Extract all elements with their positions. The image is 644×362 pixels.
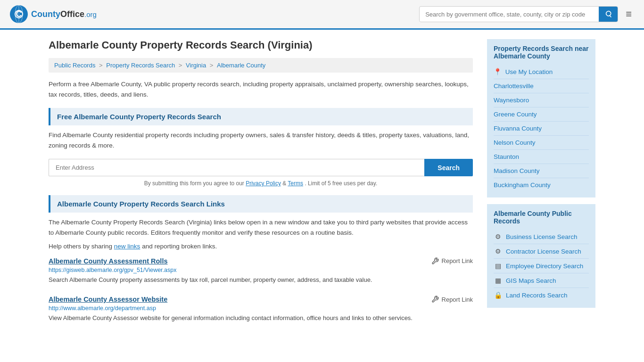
sidebar: Property Records Search near Albemarle C… bbox=[487, 39, 595, 334]
global-search-input[interactable] bbox=[420, 7, 599, 22]
header-right: ≡ bbox=[419, 5, 635, 23]
breadcrumb: Public Records > Property Records Search… bbox=[49, 58, 473, 73]
page-description: Perform a free Albemarle County, VA publ… bbox=[49, 79, 473, 99]
sidebar-business-license-search[interactable]: ⚙ Business License Search bbox=[494, 230, 589, 244]
sidebar-public-records-heading: Albemarle County Public Records bbox=[494, 210, 589, 225]
resource-card-1: Albemarle County Assessment Rolls Report… bbox=[49, 257, 473, 285]
links-description: The Albemarle County Property Records Se… bbox=[49, 217, 473, 238]
wrench-icon bbox=[431, 257, 439, 265]
resource-card-1-header: Albemarle County Assessment Rolls Report… bbox=[49, 257, 473, 265]
map-icon-gis: ▦ bbox=[494, 277, 502, 284]
report-link-2[interactable]: Report Link bbox=[431, 296, 473, 303]
new-links-link[interactable]: new links bbox=[114, 243, 140, 250]
free-search-description: Find Albemarle County residential proper… bbox=[49, 130, 473, 150]
location-pin-icon: 📍 bbox=[494, 68, 502, 75]
sidebar-nearby-heading: Property Records Search near Albemarle C… bbox=[494, 45, 589, 60]
resource-card-2-url[interactable]: http://www.albemarle.org/department.asp bbox=[49, 305, 473, 312]
address-search-input[interactable] bbox=[49, 159, 424, 176]
sidebar-public-records-section: Albemarle County Public Records ⚙ Busine… bbox=[487, 204, 595, 308]
resource-card-1-desc: Search Albemarle County property assessm… bbox=[49, 275, 473, 285]
resource-card-2-desc: View Albemarle County Assessor website f… bbox=[49, 313, 473, 323]
breadcrumb-virginia[interactable]: Virginia bbox=[186, 62, 206, 69]
resource-card-2: Albemarle County Assessor Website Report… bbox=[49, 296, 473, 323]
sidebar-item-greene-county[interactable]: Greene County bbox=[494, 107, 589, 122]
free-search-heading: Free Albemarle County Property Records S… bbox=[57, 113, 466, 121]
breadcrumb-sep-1: > bbox=[99, 62, 104, 69]
sidebar-nearby-section: Property Records Search near Albemarle C… bbox=[487, 39, 595, 197]
report-link-1[interactable]: Report Link bbox=[431, 257, 473, 265]
sidebar-item-charlottesville[interactable]: Charlottesville bbox=[494, 79, 589, 93]
main-container: Albemarle County Property Records Search… bbox=[39, 30, 605, 344]
sidebar-item-fluvanna-county[interactable]: Fluvanna County bbox=[494, 122, 589, 136]
wrench-icon-2 bbox=[431, 296, 439, 303]
gear-icon-contractor: ⚙ bbox=[494, 247, 502, 255]
address-search-form: Search By submitting this form you agree… bbox=[49, 159, 473, 187]
list-icon-employee: ▤ bbox=[494, 262, 502, 270]
address-search-button[interactable]: Search bbox=[424, 159, 473, 176]
sidebar-item-madison-county[interactable]: Madison County bbox=[494, 164, 589, 178]
breadcrumb-property-records-search[interactable]: Property Records Search bbox=[106, 62, 175, 69]
sidebar-use-my-location[interactable]: 📍 Use My Location bbox=[494, 65, 589, 79]
links-section-heading: Albemarle County Property Records Search… bbox=[57, 200, 466, 208]
privacy-policy-link[interactable]: Privacy Policy bbox=[246, 180, 281, 187]
share-line: Help others by sharing new links and rep… bbox=[49, 243, 473, 250]
sidebar-item-nelson-county[interactable]: Nelson County bbox=[494, 136, 589, 150]
logo-text: County bbox=[31, 9, 60, 19]
search-icon bbox=[604, 10, 612, 18]
sidebar-item-buckingham-county[interactable]: Buckingham County bbox=[494, 178, 589, 192]
sidebar-contractor-license-search[interactable]: ⚙ Contractor License Search bbox=[494, 244, 589, 259]
lock-icon-land: 🔒 bbox=[494, 291, 502, 299]
site-header: C CountyOffice.org ≡ bbox=[0, 0, 644, 30]
resource-card-1-title[interactable]: Albemarle County Assessment Rolls bbox=[49, 257, 167, 265]
global-search-bar bbox=[419, 6, 618, 22]
sidebar-employee-directory-search[interactable]: ▤ Employee Directory Search bbox=[494, 259, 589, 273]
form-disclaimer: By submitting this form you agree to our… bbox=[49, 180, 473, 187]
logo-icon: C bbox=[9, 5, 28, 24]
terms-link[interactable]: Terms bbox=[288, 180, 303, 187]
resource-card-2-title[interactable]: Albemarle County Assessor Website bbox=[49, 296, 167, 303]
logo-text-office: Office bbox=[60, 9, 84, 19]
resource-card-2-header: Albemarle County Assessor Website Report… bbox=[49, 296, 473, 303]
breadcrumb-sep-2: > bbox=[179, 62, 184, 69]
content-area: Albemarle County Property Records Search… bbox=[49, 39, 473, 334]
logo-org: .org bbox=[84, 10, 97, 18]
breadcrumb-albemarle-county[interactable]: Albemarle County bbox=[217, 62, 265, 69]
hamburger-menu[interactable]: ≡ bbox=[623, 5, 635, 23]
logo: C CountyOffice.org bbox=[9, 5, 97, 24]
breadcrumb-public-records[interactable]: Public Records bbox=[54, 62, 95, 69]
links-section-header: Albemarle County Property Records Search… bbox=[49, 195, 473, 213]
global-search-button[interactable] bbox=[599, 7, 618, 22]
sidebar-item-waynesboro[interactable]: Waynesboro bbox=[494, 93, 589, 107]
address-search-row: Search bbox=[49, 159, 473, 176]
gear-icon-business: ⚙ bbox=[494, 233, 502, 240]
sidebar-item-staunton[interactable]: Staunton bbox=[494, 150, 589, 164]
page-title: Albemarle County Property Records Search… bbox=[49, 39, 473, 51]
sidebar-land-records-search[interactable]: 🔒 Land Records Search bbox=[494, 288, 589, 302]
sidebar-gis-maps-search[interactable]: ▦ GIS Maps Search bbox=[494, 273, 589, 288]
breadcrumb-sep-3: > bbox=[210, 62, 215, 69]
resource-card-1-url[interactable]: https://gisweb.albemarle.org/gpv_51/View… bbox=[49, 267, 473, 273]
free-search-section-header: Free Albemarle County Property Records S… bbox=[49, 108, 473, 125]
